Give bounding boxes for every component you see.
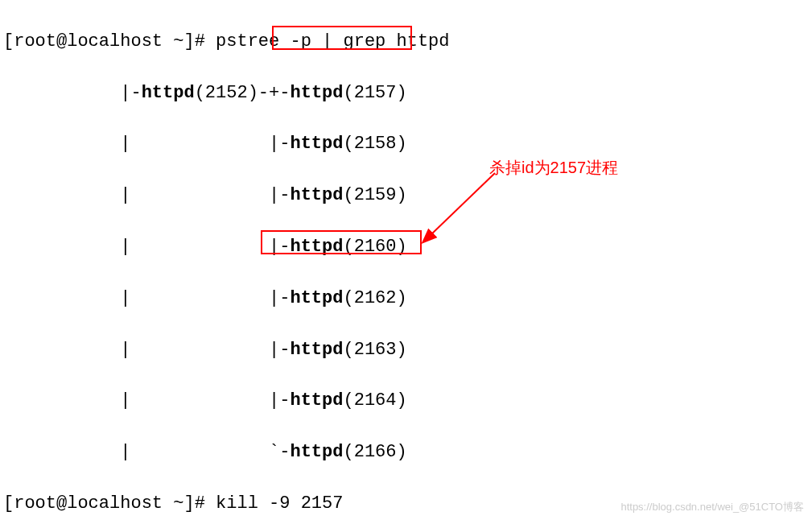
command-line-1[interactable]: [root@localhost ~]# pstree -p | grep htt… <box>3 29 809 55</box>
terminal-output: [root@localhost ~]# pstree -p | grep htt… <box>3 3 809 520</box>
tree1-line7: | |-httpd(2164) <box>3 388 809 414</box>
process-pid: (2166) <box>343 442 406 462</box>
process-name: httpd <box>290 83 343 103</box>
watermark: https://blog.csdn.net/wei_@51CTO博客 <box>620 500 804 515</box>
tree1-line8: | `-httpd(2166) <box>3 440 809 465</box>
process-name: httpd <box>290 134 343 154</box>
annotation-text: 杀掉id为2157进程 <box>489 156 618 180</box>
process-pid: (2164) <box>343 390 406 411</box>
process-name: httpd <box>290 185 343 205</box>
process-name: httpd <box>290 237 343 257</box>
tree1-line1: |-httpd(2152)-+-httpd(2157) <box>3 80 809 106</box>
process-pid: (2157) <box>344 83 407 103</box>
process-name: httpd <box>290 340 343 360</box>
process-name: httpd <box>290 288 343 308</box>
tree1-line2: | |-httpd(2158) <box>3 131 809 157</box>
process-pid: (2163) <box>343 340 406 360</box>
process-name: httpd <box>142 83 195 103</box>
process-pid: (2162) <box>343 288 406 308</box>
tree1-line3: | |-httpd(2159) <box>3 183 809 208</box>
tree1-line6: | |-httpd(2163) <box>3 337 809 363</box>
command-kill: kill -9 2157 <box>216 493 343 514</box>
prompt: [root@localhost ~]# <box>3 31 216 52</box>
tree1-line4: | |-httpd(2160) <box>3 234 809 260</box>
tree1-line5: | |-httpd(2162) <box>3 286 809 312</box>
prompt: [root@localhost ~]# <box>3 493 216 514</box>
process-name: httpd <box>290 390 343 411</box>
command-pstree-1: pstree -p | grep httpd <box>216 31 449 52</box>
process-pid: (2158) <box>343 134 406 154</box>
process-pid: (2159) <box>343 185 406 205</box>
process-pid: (2160) <box>343 237 406 257</box>
process-name: httpd <box>290 442 343 462</box>
